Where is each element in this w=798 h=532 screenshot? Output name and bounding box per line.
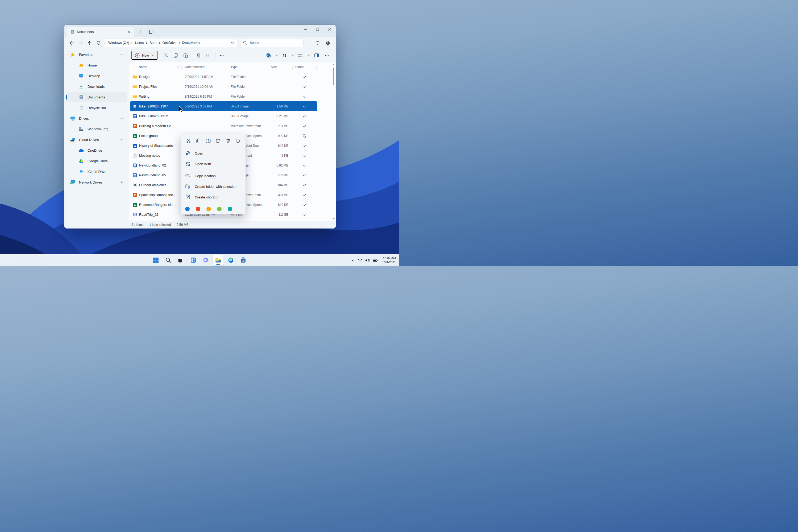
address-bar[interactable]: Windows (C:\)UsersSaraOneDriveDocuments xyxy=(105,39,237,47)
gdrive-icon xyxy=(78,159,84,163)
taskbar-start-button[interactable] xyxy=(151,255,161,265)
details-pane-button[interactable] xyxy=(311,51,322,60)
sidebar-section-cloud-drives[interactable]: Cloud Drives xyxy=(66,134,127,145)
up-button[interactable] xyxy=(85,39,94,47)
paste-button[interactable] xyxy=(180,51,191,60)
taskbar-search-button[interactable] xyxy=(163,255,174,265)
tag-teal-dot[interactable] xyxy=(228,207,232,211)
breadcrumb-segment[interactable]: Windows (C:\) xyxy=(108,41,129,45)
tray-tray-expand-icon[interactable] xyxy=(352,259,355,262)
copy-button[interactable] xyxy=(171,51,180,60)
settings-button[interactable] xyxy=(323,39,332,47)
search-box[interactable] xyxy=(240,39,304,47)
column-header-date-modified[interactable]: Date modified xyxy=(182,65,228,70)
quick-delete-button[interactable] xyxy=(224,137,232,145)
menu-item-open[interactable]: Open xyxy=(181,148,246,158)
scroll-down-icon[interactable] xyxy=(332,218,335,220)
sidebar-item-home[interactable]: Home xyxy=(66,60,127,71)
taskbar-chat-button[interactable] xyxy=(201,255,211,265)
address-dropdown-icon[interactable] xyxy=(231,42,234,44)
scrollbar[interactable] xyxy=(332,64,335,220)
taskbar-file-explorer-button[interactable] xyxy=(213,255,224,265)
tab-close-button[interactable] xyxy=(126,29,132,35)
quick-share-button[interactable] xyxy=(214,137,222,145)
sidebar-item-documents[interactable]: Documents xyxy=(66,92,127,102)
new-button[interactable]: New xyxy=(131,51,157,60)
back-button[interactable] xyxy=(67,39,76,47)
close-button[interactable] xyxy=(323,25,336,34)
tag-green-dot[interactable] xyxy=(217,207,222,211)
quick-cut-button[interactable] xyxy=(184,137,192,145)
view-layout-button[interactable] xyxy=(296,51,306,60)
sidebar-item-onedrive[interactable]: OneDrive xyxy=(66,145,127,156)
column-header-label: Size xyxy=(271,65,277,69)
xls-file-icon: X xyxy=(130,134,139,138)
forward-button[interactable] xyxy=(76,39,85,47)
more-options-button[interactable] xyxy=(217,51,227,60)
maximize-button[interactable] xyxy=(311,25,323,34)
taskbar-clock[interactable]: 10:04 AM 10/4/2021 xyxy=(382,256,396,264)
sort-button[interactable] xyxy=(280,51,290,60)
tab-overview-button[interactable] xyxy=(146,28,154,36)
new-tab-button[interactable] xyxy=(136,28,144,36)
sort-dropdown-icon[interactable] xyxy=(290,51,295,59)
breadcrumb-segment[interactable]: OneDrive xyxy=(163,41,177,45)
taskbar-widgets-button[interactable] xyxy=(188,255,199,265)
scroll-up-icon[interactable] xyxy=(332,64,335,65)
file-row[interactable]: Bike_210620_1312JPEG image8.21 MB xyxy=(130,111,317,121)
sidebar-item-windows-c-[interactable]: Windows (C:) xyxy=(66,124,127,134)
tag-orange-dot[interactable] xyxy=(196,207,200,211)
tray-volume-icon[interactable] xyxy=(365,259,370,262)
sidebar-section-favorites[interactable]: Favorites xyxy=(66,49,127,60)
file-row[interactable]: Writing8/14/2021 6:15 PMFile Folder xyxy=(130,92,317,101)
menu-item-open-with[interactable]: Open With xyxy=(181,158,246,169)
chevron-up-icon[interactable] xyxy=(120,113,123,124)
taskbar-store-button[interactable] xyxy=(238,255,249,265)
breadcrumb-segment[interactable]: Documents xyxy=(182,41,200,45)
tag-yellow-dot[interactable] xyxy=(206,207,211,211)
more-options-button[interactable] xyxy=(322,51,332,60)
menu-item-copy-location[interactable]: Copy location xyxy=(181,171,246,181)
column-header-type[interactable]: Type xyxy=(228,65,266,70)
file-row[interactable]: Design7/20/2021 11:57 AMFile Folder xyxy=(130,72,317,82)
file-row[interactable]: Project Files7/19/2021 10:04 AMFile Fold… xyxy=(130,82,317,92)
sidebar-section-drives[interactable]: Drives xyxy=(66,113,127,124)
chevron-up-icon[interactable] xyxy=(120,49,123,60)
sidebar-section-network-drives[interactable]: Network Drives xyxy=(66,177,127,188)
chevron-up-icon[interactable] xyxy=(120,134,123,145)
refresh-button[interactable] xyxy=(94,39,103,47)
chevron-down-icon[interactable] xyxy=(120,177,123,188)
delete-button[interactable] xyxy=(194,51,204,60)
column-header-size[interactable]: Size xyxy=(266,65,292,70)
scrollbar-thumb[interactable] xyxy=(333,68,334,85)
sidebar-item-desktop[interactable]: Desktop xyxy=(66,71,127,81)
breadcrumb-segment[interactable]: Users xyxy=(135,41,144,45)
quick-copy-button[interactable] xyxy=(194,137,202,145)
breadcrumb-segment[interactable]: Sara xyxy=(150,41,156,45)
taskbar-edge-button[interactable] xyxy=(226,255,236,265)
taskbar-task-view-button[interactable] xyxy=(175,255,186,265)
sidebar-item-recycle-bin[interactable]: Recycle Bin xyxy=(66,102,127,113)
file-row[interactable]: PBuilding a modern file...Microsoft Powe… xyxy=(130,121,317,131)
tag-blue-dot[interactable] xyxy=(185,207,190,211)
quick-rename-button[interactable] xyxy=(204,137,212,145)
tray-wifi-icon[interactable] xyxy=(358,259,362,262)
rename-button[interactable] xyxy=(204,51,214,60)
quick-properties-button[interactable] xyxy=(234,137,242,145)
search-input[interactable] xyxy=(249,41,301,45)
tab-documents[interactable]: Documents xyxy=(67,27,134,37)
sidebar-item-downloads[interactable]: Downloads xyxy=(66,81,127,92)
sidebar-item-icloud-drive[interactable]: iCloud Drive xyxy=(66,166,127,177)
minimize-button[interactable] xyxy=(299,25,311,34)
select-toggle-button[interactable] xyxy=(264,51,274,60)
column-header-status[interactable]: Status xyxy=(292,65,317,70)
column-header-name[interactable]: Name xyxy=(132,65,182,70)
sidebar-item-google-drive[interactable]: Google Drive xyxy=(66,156,127,166)
tray-battery-icon[interactable] xyxy=(373,259,378,262)
menu-item-create-folder-with-selection[interactable]: Create folder with selection xyxy=(181,181,246,192)
cut-button[interactable] xyxy=(160,51,171,60)
menu-item-create-shortcut[interactable]: Create shortcut xyxy=(181,192,246,203)
select-toggle-dropdown-icon[interactable] xyxy=(274,51,279,59)
view-layout-dropdown-icon[interactable] xyxy=(306,51,311,59)
file-row[interactable]: Bike_210620_13075/20/2021 3:02 PMJPEG im… xyxy=(130,101,317,111)
